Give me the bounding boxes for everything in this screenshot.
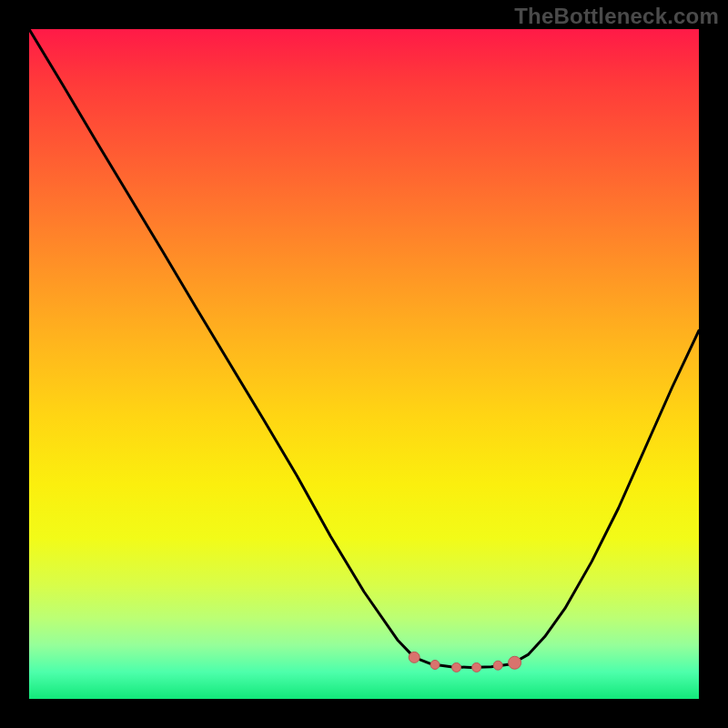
chart-frame: TheBottleneck.com (0, 0, 728, 728)
valley-marker (493, 661, 502, 670)
watermark-text: TheBottleneck.com (514, 4, 719, 29)
plot-area (29, 29, 699, 699)
valley-marker (409, 652, 420, 662)
valley-marker (472, 662, 481, 672)
valley-marker (430, 660, 440, 669)
valley-marker (509, 656, 521, 669)
valley-marker (452, 662, 461, 672)
curve-layer (29, 29, 699, 699)
bottleneck-curve (29, 29, 699, 667)
